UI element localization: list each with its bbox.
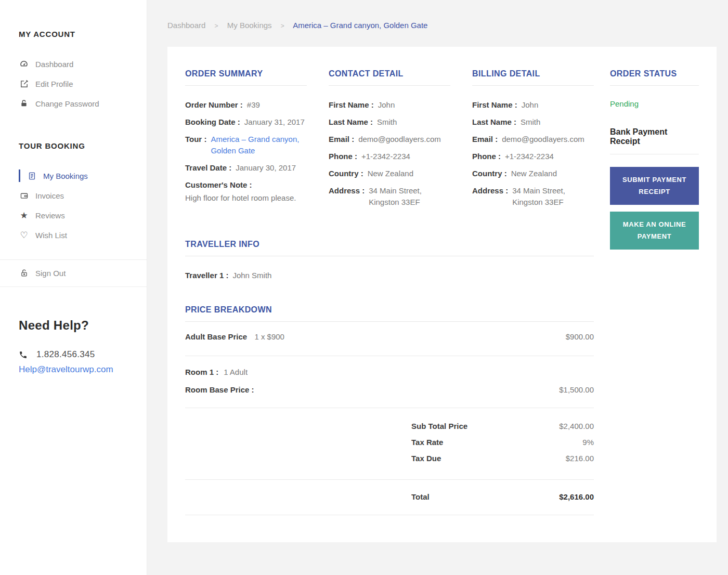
- unlock-icon: [19, 269, 29, 278]
- room-label: Room 1 :: [185, 368, 218, 376]
- total-row: Total $2,616.00: [185, 492, 594, 501]
- help-phone-number: 1.828.456.345: [36, 349, 95, 360]
- contact-row-label: Email :: [329, 134, 354, 145]
- billing-row-label: Email :: [472, 134, 498, 145]
- breadcrumb-my-bookings[interactable]: My Bookings: [227, 21, 272, 30]
- wallet-icon: [19, 191, 29, 200]
- edit-icon: [19, 80, 29, 88]
- price-breakdown-section: PRICE BREAKDOWN Adult Base Price 1 x $90…: [185, 305, 594, 515]
- room-row: Room 1 : 1 Adult: [185, 368, 594, 376]
- contact-row: First Name : John: [329, 99, 450, 111]
- adult-base-price-amount: $900.00: [566, 332, 594, 341]
- tax-rate-row: Tax Rate 9%: [185, 438, 594, 447]
- room-block: Room 1 : 1 Adult Room Base Price : $1,50…: [185, 356, 594, 408]
- sidebar-item-label: Reviews: [35, 211, 65, 220]
- account-menu: Dashboard Edit Profile Change Password: [19, 54, 136, 113]
- make-online-payment-button[interactable]: MAKE AN ONLINE PAYMENT: [610, 212, 699, 250]
- contact-detail-section: CONTACT DETAIL First Name : John Last Na…: [329, 69, 450, 214]
- sidebar: MY ACCOUNT Dashboard Edit Profile Change…: [0, 0, 147, 575]
- contact-row-label: First Name :: [329, 99, 374, 111]
- billing-row-value: 34 Main Street, Kingston 33EF: [512, 185, 594, 208]
- contact-row: Address : 34 Main Street, Kingston 33EF: [329, 185, 450, 208]
- total-block: Total $2,616.00: [185, 480, 594, 515]
- sidebar-item-wish-list[interactable]: ♡ Wish List: [19, 225, 136, 245]
- billing-row: Phone : +1-2342-2234: [472, 151, 594, 162]
- sidebar-item-dashboard[interactable]: Dashboard: [19, 54, 136, 74]
- breadcrumb-dashboard[interactable]: Dashboard: [167, 21, 205, 30]
- billing-row-value: New Zealand: [511, 168, 557, 179]
- status-badge: Pending: [610, 99, 699, 108]
- travel-date-value: January 30, 2017: [236, 162, 296, 174]
- contact-row-label: Address :: [329, 185, 365, 208]
- contact-row-label: Country :: [329, 168, 363, 179]
- price-divider: [185, 515, 594, 515]
- subtotal-row: Sub Total Price $2,400.00: [185, 422, 594, 430]
- sidebar-item-label: My Bookings: [43, 172, 88, 180]
- section-divider: [185, 256, 594, 256]
- contact-row-value: John: [378, 99, 395, 111]
- subtotal-label: Sub Total Price: [411, 422, 467, 430]
- billing-row: First Name : John: [472, 99, 594, 111]
- submit-payment-receipt-button[interactable]: SUBMIT PAYMENT RECEIPT: [610, 167, 699, 205]
- tax-rate-label: Tax Rate: [411, 438, 443, 447]
- tax-rate-value: 9%: [582, 438, 594, 447]
- travel-date-label: Travel Date :: [185, 162, 231, 174]
- section-divider: [610, 154, 699, 154]
- billing-row-value: Smith: [521, 116, 540, 128]
- contact-row: Last Name : Smith: [329, 116, 450, 128]
- room-base-price-label: Room Base Price :: [185, 385, 254, 394]
- traveller-value: John Smith: [232, 270, 271, 281]
- billing-detail-title: BILLING DETAIL: [472, 69, 594, 79]
- contact-row: Country : New Zealand: [329, 168, 450, 179]
- tour-label: Tour :: [185, 134, 206, 156]
- tour-row: Tour : America – Grand canyon, Golden Ga…: [185, 134, 307, 156]
- order-status-title: ORDER STATUS: [610, 69, 699, 79]
- sidebar-item-label: Sign Out: [35, 269, 66, 278]
- contact-row-label: Last Name :: [329, 116, 373, 128]
- tour-link[interactable]: America – Grand canyon, Golden Gate: [211, 134, 307, 156]
- sidebar-item-my-bookings[interactable]: My Bookings: [19, 166, 136, 186]
- traveller-label: Traveller 1 :: [185, 270, 228, 281]
- sidebar-item-change-password[interactable]: Change Password: [19, 94, 136, 113]
- price-breakdown-title: PRICE BREAKDOWN: [185, 305, 594, 315]
- heart-icon: ♡: [19, 231, 29, 240]
- bookings-icon: [27, 172, 37, 180]
- tax-due-row: Tax Due $216.00: [185, 454, 594, 463]
- order-status-section: ORDER STATUS Pending Bank Payment Receip…: [610, 69, 699, 250]
- travel-date-row: Travel Date : January 30, 2017: [185, 162, 307, 174]
- sidebar-item-sign-out[interactable]: Sign Out: [19, 260, 136, 286]
- subtotal-value: $2,400.00: [559, 422, 594, 430]
- contact-row-value: Smith: [377, 116, 397, 128]
- section-divider: [472, 85, 594, 86]
- breadcrumb-separator: >: [215, 22, 218, 30]
- sidebar-item-edit-profile[interactable]: Edit Profile: [19, 74, 136, 94]
- contact-row: Phone : +1-2342-2234: [329, 151, 450, 162]
- customer-note-text: High floor for hotel room please.: [185, 192, 307, 204]
- booking-date-label: Booking Date :: [185, 116, 240, 128]
- help-email-link[interactable]: Help@traveltourwp.com: [19, 364, 136, 375]
- tax-due-label: Tax Due: [411, 454, 441, 463]
- bank-payment-receipt-title: Bank Payment Receipt: [610, 127, 699, 146]
- adult-base-price-label: Adult Base Price: [185, 332, 247, 341]
- dashboard-icon: [19, 59, 29, 69]
- billing-row-label: First Name :: [472, 99, 517, 111]
- contact-row-value: New Zealand: [368, 168, 413, 179]
- booking-detail-card: ORDER SUMMARY Order Number : #39 Booking…: [167, 47, 717, 542]
- contact-row-label: Phone :: [329, 151, 357, 162]
- breadcrumb: Dashboard > My Bookings > America – Gran…: [147, 0, 728, 30]
- billing-row-label: Phone :: [472, 151, 501, 162]
- sidebar-item-reviews[interactable]: ★ Reviews: [19, 205, 136, 225]
- billing-row-value: demo@goodlayers.com: [502, 134, 584, 145]
- booking-date-row: Booking Date : January 31, 2017: [185, 116, 307, 128]
- breadcrumb-current-tour: America – Grand canyon, Golden Gate: [293, 21, 427, 30]
- sidebar-item-invoices[interactable]: Invoices: [19, 186, 136, 205]
- billing-row-value: +1-2342-2234: [505, 151, 554, 162]
- customer-note-label: Customer's Note :: [185, 179, 252, 191]
- star-icon: ★: [19, 211, 29, 220]
- room-value: 1 Adult: [224, 368, 248, 376]
- billing-row-label: Last Name :: [472, 116, 516, 128]
- total-label: Total: [411, 492, 430, 501]
- totals-block: Sub Total Price $2,400.00 Tax Rate 9% Ta…: [185, 408, 594, 479]
- lock-icon: [19, 99, 29, 108]
- contact-row: Email : demo@goodlayers.com: [329, 134, 450, 145]
